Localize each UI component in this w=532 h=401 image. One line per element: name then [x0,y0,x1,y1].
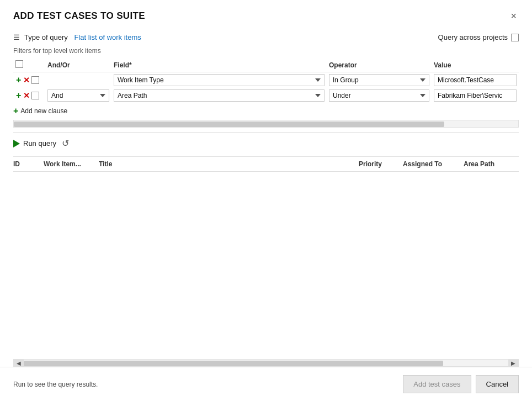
add-clause-plus-icon: + [13,107,18,115]
top-scrollbar[interactable] [13,120,519,128]
field-cell: Area Path [111,88,327,103]
col-header-priority: Priority [359,159,403,169]
remove-row-button[interactable]: ✕ [23,76,30,84]
value-cell [432,72,519,88]
row-actions-cell: + ✕ [13,72,45,88]
filter-table: And/Or Field* Operator Value + ✕ Work It… [13,59,519,103]
operator-select[interactable]: Under [329,89,429,102]
th-andor: And/Or [45,59,111,72]
run-triangle-icon [13,140,20,147]
results-table-area: ID Work Item... Title Priority Assigned … [13,157,519,359]
bottom-scroll-thumb [24,361,443,366]
th-operator: Operator [327,59,432,72]
cancel-button[interactable]: Cancel [476,375,519,393]
col-header-areapath: Area Path [464,159,519,169]
dialog-header: ADD TEST CASES TO SUITE × [0,0,532,28]
results-header: ID Work Item... Title Priority Assigned … [13,157,519,172]
top-scroll-thumb [14,122,444,127]
add-row-button[interactable]: + [15,91,22,100]
col-header-title: Title [99,159,359,169]
dialog-title: ADD TEST CASES TO SUITE [13,10,145,22]
query-type-row: ☰ Type of query Flat list of work items … [13,28,519,46]
th-value: Value [432,59,519,72]
add-clause-row[interactable]: + Add new clause [13,107,67,115]
andor-select[interactable]: And Or [47,89,109,102]
add-test-cases-button[interactable]: Add test cases [403,375,471,393]
filters-label: Filters for top level work items [13,46,519,59]
run-query-label: Run query [23,139,56,147]
flat-list-icon: ☰ [13,33,20,41]
run-query-button[interactable]: Run query [13,139,56,147]
dialog-footer: Run to see the query results. Add test c… [0,367,532,401]
th-field: Field* [111,59,327,72]
field-select[interactable]: Work Item Type [114,74,324,86]
value-input[interactable] [434,89,517,102]
header-checkbox[interactable] [15,60,23,68]
run-query-row: Run query ↺ [13,133,519,152]
row-checkbox[interactable] [31,76,39,84]
filter-row: + ✕ Work Item Type In Group [13,72,519,88]
footer-status: Run to see the query results. [13,381,98,388]
filter-row: + ✕ And Or Area Path Under [13,88,519,103]
remove-row-button[interactable]: ✕ [23,92,30,99]
col-header-id: ID [13,159,44,169]
close-button[interactable]: × [508,10,519,22]
th-checkbox [13,59,45,72]
field-select[interactable]: Area Path [114,89,324,102]
dialog: ADD TEST CASES TO SUITE × ☰ Type of quer… [0,0,532,401]
footer-buttons: Add test cases Cancel [403,375,519,393]
operator-cell: In Group [327,72,432,88]
row-actions-cell: + ✕ [13,88,45,103]
query-type-left: ☰ Type of query Flat list of work items [13,33,141,41]
row-checkbox[interactable] [31,92,39,99]
row-actions: + ✕ [15,76,43,85]
refresh-button[interactable]: ↺ [62,138,69,149]
query-across-right: Query across projects [438,33,519,41]
value-cell [432,88,519,103]
operator-select[interactable]: In Group [329,74,429,86]
query-type-label-text: Type of query [24,33,70,41]
scroll-left-arrow[interactable]: ◀ [14,360,24,366]
value-input[interactable] [434,74,517,86]
col-header-wi: Work Item... [44,159,99,169]
dialog-body: ☰ Type of query Flat list of work items … [0,28,532,367]
query-across-label: Query across projects [438,33,508,41]
results-empty [13,172,519,359]
scroll-right-arrow[interactable]: ▶ [508,360,518,366]
filter-header-row: And/Or Field* Operator Value [13,59,519,72]
col-header-assigned: Assigned To [403,159,464,169]
operator-cell: Under [327,88,432,103]
add-clause-label: Add new clause [20,107,67,115]
query-type-value[interactable]: Flat list of work items [74,33,141,41]
field-cell: Work Item Type [111,72,327,88]
row-actions: + ✕ [15,91,43,100]
add-row-button[interactable]: + [15,76,22,85]
bottom-scrollbar[interactable]: ◀ ▶ [13,359,519,367]
andor-cell [45,72,111,88]
query-across-checkbox[interactable] [511,34,519,41]
andor-cell: And Or [45,88,111,103]
